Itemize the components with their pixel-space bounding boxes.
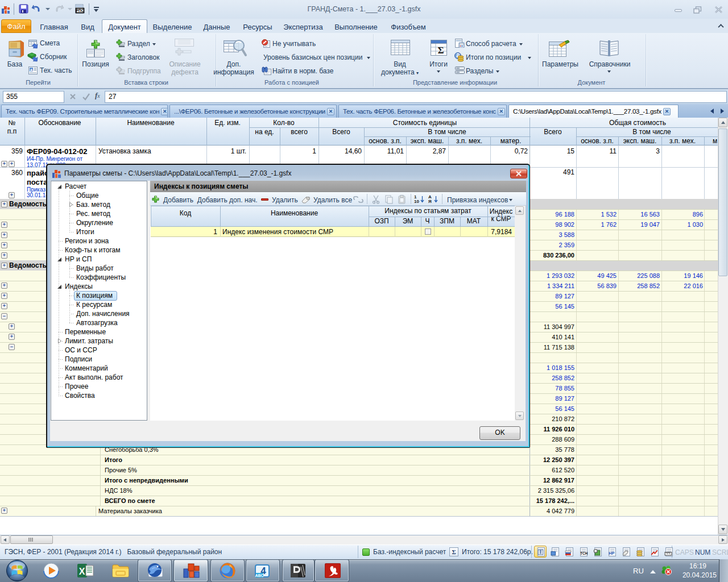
svg-text:НР: НР xyxy=(609,551,614,556)
svg-text:A: A xyxy=(30,68,32,72)
svg-text:ABC: ABC xyxy=(255,573,263,577)
svg-text:РПС: РПС xyxy=(76,9,84,13)
svg-text:X: X xyxy=(79,567,85,576)
svg-text:Σ: Σ xyxy=(437,45,444,56)
svg-text:ТСН: ТСН xyxy=(580,551,588,555)
